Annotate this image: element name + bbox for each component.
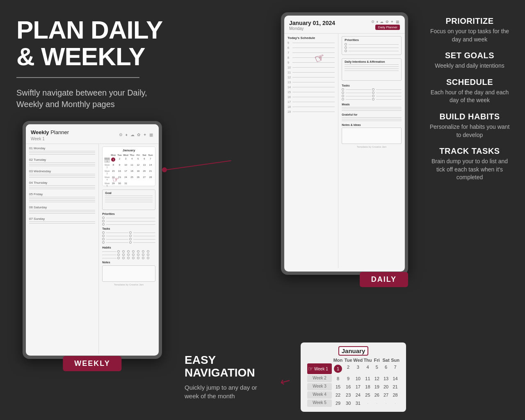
daily-tasks-label: Tasks bbox=[342, 84, 402, 87]
feature-set-goals-desc: Weekly and daily intentions bbox=[427, 62, 513, 70]
hour-15: 15 bbox=[288, 91, 335, 94]
task-row bbox=[102, 235, 128, 237]
feature-build-habits-title: BUILD HABITS bbox=[427, 112, 513, 121]
feature-build-habits-desc: Personalize for habits you want to devel… bbox=[427, 123, 513, 139]
feature-schedule-title: SCHEDULE bbox=[427, 78, 513, 87]
nav-title: EASYNAVIGATION bbox=[185, 354, 271, 379]
weekly-goal-box: Goal bbox=[102, 189, 155, 210]
hour-10: 10 bbox=[288, 66, 335, 69]
weekly-title-normal: Planner bbox=[49, 129, 69, 135]
nav-week3-btn[interactable]: Week 3 bbox=[307, 383, 332, 390]
task-row bbox=[129, 235, 155, 237]
nav-cal-header: January bbox=[307, 347, 399, 354]
weekly-week: Week 1 bbox=[31, 137, 69, 141]
hour-9: 9 bbox=[288, 61, 335, 64]
weekly-mini-calendar: January Mon Tue Wed Thu Fri Sat Sun Week… bbox=[102, 146, 155, 186]
weekly-title-bold: Weekly bbox=[31, 129, 49, 135]
feature-track-tasks: TRACK TASKS Brain dump your to do list a… bbox=[427, 146, 513, 182]
daily-badge: DAILY bbox=[360, 272, 408, 287]
priority-item bbox=[345, 46, 399, 49]
hour-13: 13 bbox=[288, 81, 335, 84]
grateful-label: Grateful for bbox=[342, 113, 402, 116]
weekly-tablet: Weekly Planner Week 1 ⚙ ♦ ☁ ✿ ✦ ▦ 01 Mon… bbox=[23, 121, 162, 359]
connector-dot bbox=[162, 167, 167, 172]
hour-7: 7 bbox=[288, 51, 335, 54]
daily-footer: Templates by Creative Jam bbox=[342, 146, 402, 148]
priority-item bbox=[345, 50, 399, 52]
day-thursday: 04 Thursday bbox=[29, 181, 95, 189]
daily-notes-label: Notes & Ideas bbox=[342, 123, 402, 126]
habits-grid bbox=[102, 250, 155, 259]
nav-week4-btn[interactable]: Week 4 bbox=[307, 391, 332, 399]
hour-17: 17 bbox=[288, 100, 335, 103]
day-label-thu: 04 Thursday bbox=[29, 181, 95, 185]
right-panel: PRIORITIZE Focus on your top tasks for t… bbox=[414, 0, 525, 420]
task-row bbox=[129, 231, 155, 234]
daily-planner-button[interactable]: Daily Planner bbox=[375, 25, 400, 30]
tasks-label: Tasks bbox=[102, 227, 155, 230]
priority-row bbox=[102, 223, 155, 226]
daily-dow: Monday bbox=[289, 26, 335, 31]
meals-label: Meals bbox=[342, 103, 402, 106]
hour-8: 8 bbox=[288, 56, 335, 59]
weekly-icons: ⚙ ♦ ☁ ✿ ✦ ▦ bbox=[119, 132, 154, 137]
feature-prioritize-desc: Focus on your top tasks for the day and … bbox=[427, 27, 513, 43]
daily-schedule-column: Today's Schedule 5 6 7 8 9 10 11 12 13 1… bbox=[284, 34, 338, 268]
feature-prioritize-title: PRIORITIZE bbox=[427, 16, 513, 26]
nav-arrow: ↙ bbox=[278, 372, 294, 390]
hour-18: 18 bbox=[288, 105, 335, 108]
mini-cal-header-empty bbox=[104, 153, 110, 157]
feature-track-tasks-desc: Brain dump your to do list and tick off … bbox=[427, 158, 513, 182]
hour-19: 19 bbox=[288, 110, 335, 113]
priorities-title: Priorities bbox=[345, 38, 399, 42]
nav-calendar: January Mon Tue Wed Thu Fri Sat Sun ☞ We… bbox=[301, 342, 406, 412]
subtitle: Swiftly navigate between your Daily, Wee… bbox=[16, 87, 156, 110]
day-label-sun: 07 Sunday bbox=[29, 217, 95, 221]
notes-label: Notes bbox=[102, 261, 155, 264]
bottom-nav-section: EASYNAVIGATION Quickly jump to any day o… bbox=[176, 342, 414, 412]
weekly-right-column: January Mon Tue Wed Thu Fri Sat Sun Week… bbox=[99, 144, 159, 354]
main-title: PLAN DAILY & WEEKLY bbox=[16, 16, 180, 70]
task-row bbox=[129, 238, 155, 240]
daily-tablet: January 01, 2024 Monday ⚙ ♦ ☁ ✿ ✦ ▦ Dail… bbox=[281, 12, 408, 275]
priority-row bbox=[102, 217, 155, 219]
nav-desc: Quickly jump to any day or week of the m… bbox=[185, 383, 271, 400]
daily-right-column: Priorities Daily Intentions & Affirmatio… bbox=[338, 34, 405, 268]
intentions-box: Daily Intentions & Affirmation bbox=[342, 58, 402, 81]
task-row bbox=[102, 238, 128, 240]
feature-schedule-desc: Each hour of the day and each day of the… bbox=[427, 89, 513, 105]
task-row bbox=[102, 241, 128, 244]
priorities-box: Priorities bbox=[342, 36, 402, 55]
weekly-days-column: 01 Monday 02 Tuesday 03 Wednesday 04 Thu… bbox=[26, 144, 99, 354]
nav-week1-btn[interactable]: ☞ Week 1 bbox=[307, 363, 332, 374]
nav-week5-btn[interactable]: Week 5 bbox=[307, 399, 332, 407]
daily-header: January 01, 2024 Monday ⚙ ♦ ☁ ✿ ✦ ▦ Dail… bbox=[284, 16, 405, 34]
day-label-mon: 01 Monday bbox=[29, 146, 95, 150]
day-label-tue: 02 Tuesday bbox=[29, 158, 95, 162]
feature-prioritize: PRIORITIZE Focus on your top tasks for t… bbox=[427, 16, 513, 43]
hour-5: 5 bbox=[288, 41, 335, 44]
day-label-fri: 05 Friday bbox=[29, 192, 95, 196]
notes-box bbox=[102, 265, 155, 282]
day-label-sat: 06 Saturday bbox=[29, 205, 95, 209]
weekly-badge: WEEKLY bbox=[63, 356, 121, 371]
weekly-tablet-header: Weekly Planner Week 1 ⚙ ♦ ☁ ✿ ✦ ▦ bbox=[26, 124, 159, 144]
task-row bbox=[129, 241, 155, 244]
priorities-label: Priorities bbox=[102, 212, 155, 215]
day-label-wed: 03 Wednesday bbox=[29, 169, 95, 173]
day-saturday: 06 Saturday bbox=[29, 205, 95, 214]
habits-label: Habits bbox=[102, 246, 155, 249]
mini-cal-month: January bbox=[104, 148, 153, 152]
nav-cal-grid: Mon Tue Wed Thu Fri Sat Sun ☞ Week 1 1 2… bbox=[307, 358, 399, 407]
feature-set-goals: SET GOALS Weekly and daily intentions bbox=[427, 51, 513, 70]
priority-row bbox=[102, 220, 155, 222]
hour-12: 12 bbox=[288, 76, 335, 79]
schedule-col-title: Today's Schedule bbox=[288, 36, 335, 40]
nav-text: EASYNAVIGATION Quickly jump to any day o… bbox=[185, 354, 271, 401]
priority-item bbox=[345, 43, 399, 46]
hour-11: 11 bbox=[288, 71, 335, 74]
hour-14: 14 bbox=[288, 86, 335, 89]
nav-week2-btn[interactable]: Week 2 bbox=[307, 375, 332, 382]
intentions-title: Daily Intentions & Affirmation bbox=[345, 60, 399, 63]
hour-16: 16 bbox=[288, 96, 335, 98]
